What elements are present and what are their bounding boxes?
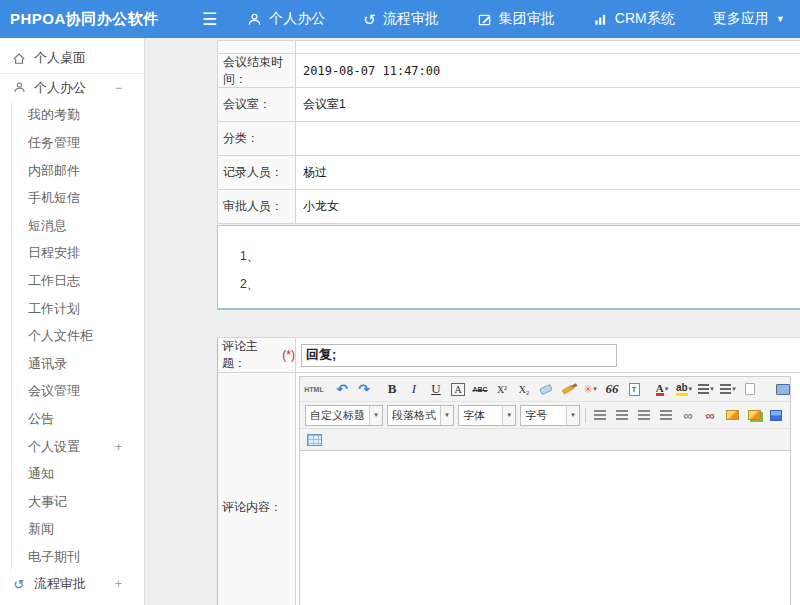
fullscreen-button[interactable]: [773, 380, 793, 399]
content-line: 2、: [240, 270, 800, 298]
collapse-icon[interactable]: −: [115, 81, 122, 95]
eraser-icon: [539, 383, 553, 394]
nav-personal-office[interactable]: 个人办公: [247, 10, 325, 28]
align-center-icon: [616, 410, 628, 420]
unordered-list-button[interactable]: ▾: [718, 380, 738, 399]
format-painter-button[interactable]: [558, 380, 578, 399]
monitor-icon: [776, 384, 790, 395]
sidebar-item-big-events[interactable]: 大事记: [12, 488, 144, 516]
top-nav: 个人办公 ↺ 流程审批 集团审批 CRM系统 更多应用 ▼: [247, 10, 784, 28]
table-row-recorder: 记录人员： 杨过: [218, 156, 800, 190]
field-label: 评论内容：: [218, 373, 296, 605]
editor-body[interactable]: [300, 451, 790, 605]
sidebar-item-personal-office[interactable]: 个人办公 −: [0, 74, 144, 102]
chevron-down-icon: ▾: [440, 406, 453, 425]
new-page-button[interactable]: [740, 380, 760, 399]
sidebar-item-personal-files[interactable]: 个人文件柜: [12, 322, 144, 350]
rich-text-editor: HTML ↶ ↷ B I U A ABC X² X₂ ✳: [299, 376, 791, 605]
nav-group-approval[interactable]: 集团审批: [477, 10, 555, 28]
nav-workflow-approval[interactable]: ↺ 流程审批: [363, 10, 439, 28]
table-row-meeting-room: 会议室： 会议室1: [218, 88, 800, 122]
sidebar-item-meeting-management[interactable]: 会议管理: [12, 378, 144, 406]
sidebar-item-news[interactable]: 新闻: [12, 516, 144, 544]
paste-as-text-button[interactable]: T: [624, 380, 644, 399]
highlight-color-button[interactable]: ab▾: [674, 380, 694, 399]
italic-button[interactable]: I: [404, 380, 424, 399]
ordered-list-button[interactable]: ▾: [696, 380, 716, 399]
html-source-button[interactable]: HTML: [304, 380, 324, 399]
redo-button[interactable]: ↷: [354, 380, 374, 399]
main-content: 会议结束时间： 2019-08-07 11:47:00 会议室： 会议室1 分类…: [146, 38, 800, 605]
sidebar-item-personal-desktop[interactable]: 个人桌面: [0, 43, 144, 74]
sidebar-item-contacts[interactable]: 通讯录: [12, 350, 144, 378]
subscript-button[interactable]: X₂: [514, 380, 534, 399]
nav-crm-system[interactable]: CRM系统: [593, 10, 675, 28]
field-label: 会议室：: [218, 88, 296, 121]
sidebar-submenu: 我的考勤 任务管理 内部邮件 手机短信 短消息 日程安排 工作日志 工作计划 个…: [11, 102, 144, 571]
insert-link-button[interactable]: ∞: [678, 406, 698, 425]
custom-heading-select[interactable]: 自定义标题 ▾: [305, 405, 383, 426]
edit-icon: [477, 12, 492, 27]
expand-icon[interactable]: +: [115, 577, 122, 591]
font-size-select[interactable]: 字号 ▾: [520, 405, 580, 426]
insert-image-button[interactable]: [722, 406, 742, 425]
field-label: 会议结束时间：: [218, 54, 296, 87]
sidebar-item-internal-mail[interactable]: 内部邮件: [12, 157, 144, 185]
align-center-button[interactable]: [612, 406, 632, 425]
sidebar-item-e-journal[interactable]: 电子期刊: [12, 543, 144, 571]
menu-toggle-icon[interactable]: ☰: [202, 9, 217, 30]
sidebar-item-label: 任务管理: [28, 134, 80, 152]
blockquote-button[interactable]: 66: [602, 380, 622, 399]
sidebar-item-personal-settings[interactable]: 个人设置 +: [12, 433, 144, 461]
expand-icon[interactable]: +: [115, 440, 122, 454]
font-name-button[interactable]: A: [448, 380, 468, 399]
sidebar-item-workflow-approval[interactable]: ↺ 流程审批 +: [0, 571, 144, 599]
nav-label: 集团审批: [499, 10, 555, 28]
align-left-button[interactable]: [590, 406, 610, 425]
strikethrough-button[interactable]: ABC: [470, 380, 490, 399]
font-color-button[interactable]: A▾: [652, 380, 672, 399]
field-label: 分类：: [218, 122, 296, 155]
comment-content-row: 评论内容： HTML ↶ ↷ B I U A ABC: [218, 373, 800, 605]
sidebar-item-label: 工作日志: [28, 272, 80, 290]
remove-format-button[interactable]: [536, 380, 556, 399]
undo-button[interactable]: ↶: [332, 380, 352, 399]
sidebar-item-label: 短消息: [28, 217, 67, 235]
remove-link-button[interactable]: ∞: [700, 406, 720, 425]
sidebar-item-notice[interactable]: 通知: [12, 460, 144, 488]
quick-format-button[interactable]: ✳▾: [580, 380, 600, 399]
sidebar-item-label: 内部邮件: [28, 162, 80, 180]
table-row-category: 分类：: [218, 122, 800, 156]
insert-media-button[interactable]: [766, 406, 786, 425]
sidebar-item-label: 通知: [28, 465, 54, 483]
sidebar-item-task-management[interactable]: 任务管理: [12, 129, 144, 157]
sidebar-item-schedule[interactable]: 日程安排: [12, 240, 144, 268]
superscript-button[interactable]: X²: [492, 380, 512, 399]
sidebar-item-label: 会议管理: [28, 382, 80, 400]
paragraph-format-select[interactable]: 段落格式 ▾: [387, 405, 454, 426]
meeting-detail-table: 会议结束时间： 2019-08-07 11:47:00 会议室： 会议室1 分类…: [217, 40, 800, 224]
app-logo: PHPOA协同办公软件: [0, 10, 190, 29]
field-value: [296, 122, 800, 155]
chevron-down-icon: ▾: [566, 406, 579, 425]
bold-button[interactable]: B: [382, 380, 402, 399]
sidebar-item-mobile-sms[interactable]: 手机短信: [12, 184, 144, 212]
underline-button[interactable]: U: [426, 380, 446, 399]
sidebar-item-announcement[interactable]: 公告: [12, 405, 144, 433]
field-value: 小龙女: [296, 190, 800, 223]
sidebar-item-short-message[interactable]: 短消息: [12, 212, 144, 240]
sidebar-item-label: 我的考勤: [28, 106, 80, 124]
nav-label: 更多应用: [713, 10, 769, 28]
comment-subject-input[interactable]: [301, 344, 617, 367]
align-right-button[interactable]: [634, 406, 654, 425]
nav-more-apps[interactable]: 更多应用 ▼: [713, 10, 785, 28]
insert-table-button[interactable]: [304, 430, 324, 449]
sidebar: 个人桌面 个人办公 − 我的考勤 任务管理 内部邮件 手机短信 短消息 日程安排…: [0, 38, 145, 605]
justify-button[interactable]: [656, 406, 676, 425]
upload-image-button[interactable]: [744, 406, 764, 425]
font-family-select[interactable]: 字体 ▾: [458, 405, 516, 426]
sidebar-item-my-attendance[interactable]: 我的考勤: [12, 102, 144, 130]
sidebar-item-work-plan[interactable]: 工作计划: [12, 295, 144, 323]
field-value: 会议室1: [296, 88, 800, 121]
sidebar-item-work-log[interactable]: 工作日志: [12, 267, 144, 295]
